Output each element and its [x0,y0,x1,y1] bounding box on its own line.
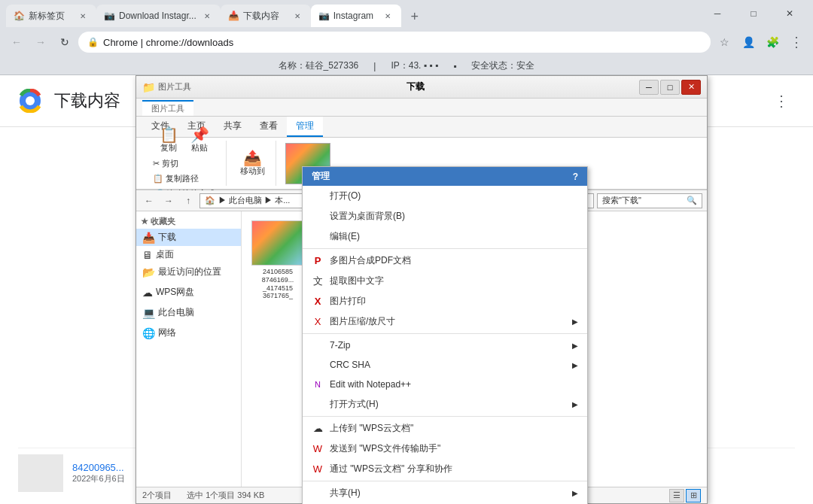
path-text: ▶ 此台电脑 ▶ 本... [218,195,290,206]
grid-view-button[interactable]: ⊞ [686,489,701,502]
file-item-image[interactable]: 241065858746169..._41745153671765_ [248,217,308,303]
status-info: 安全状态：安全 [471,59,534,72]
tab4-favicon: 📷 [318,11,329,21]
file-thumbnail [251,220,304,266]
ctx-7zip[interactable]: 7-Zip ▶ [303,335,587,355]
maximize-button[interactable]: □ [736,3,771,24]
new-tab-button[interactable]: + [404,6,425,27]
svg-point-2 [26,97,34,105]
ctx-crc-arrow: ▶ [572,361,578,369]
bookmark-button[interactable]: ☆ [714,32,735,53]
back-button[interactable]: ← [6,32,27,53]
page-menu-button[interactable]: ⋮ [768,87,795,114]
tab-instagram[interactable]: 📷 Instagram ✕ [311,5,401,27]
network-label: 网络 [158,326,176,339]
ctx-compress-resize[interactable]: X 图片压缩/放尺寸 ▶ [303,311,587,332]
ctx-notepad[interactable]: N Edit with Notepad++ [303,375,587,394]
favorites-header: ★ 收藏夹 [136,214,241,229]
refresh-button[interactable]: ↻ [54,32,75,53]
thispc-icon: 💻 [142,307,155,319]
chrome-logo [18,89,42,113]
ctx-wps-cloud[interactable]: ☁ 上传到 "WPS云文档" [303,418,587,439]
paste-button[interactable]: 📌 粘贴 [186,126,214,155]
cut-small-button[interactable]: ✂ 剪切 [148,156,220,171]
explorer-maximize[interactable]: □ [660,80,680,95]
picture-tools-header: 图片工具 [136,99,707,117]
ctx-print[interactable]: X 图片打印 [303,291,587,311]
ctx-openwith-icon [312,399,324,411]
ctx-extract-text[interactable]: 文 提取图中文字 [303,271,587,291]
exp-forward-button[interactable]: → [160,193,177,209]
ctx-merge-pdf[interactable]: P 多图片合成PDF文档 [303,250,587,271]
sidebar-item-network[interactable]: 🌐 网络 [136,324,241,342]
explorer-window-controls: ─ □ ✕ [639,80,701,95]
ctx-share-arrow: ▶ [572,489,578,497]
ctx-print-icon: X [312,296,324,308]
ctx-open[interactable]: 打开(O) [303,186,587,206]
network-icon: 🌐 [142,327,155,339]
path-icon: 🏠 [205,196,215,205]
tab-downloads[interactable]: 📥 下载内容 ✕ [221,5,311,27]
ctx-pdf-icon: P [312,255,324,267]
tab4-close[interactable]: ✕ [382,10,394,22]
explorer-search[interactable]: 搜索"下载" 🔍 [597,193,702,208]
ctx-crc-sha[interactable]: CRC SHA ▶ [303,355,587,375]
chrome-menu-button[interactable]: ⋮ [786,32,807,53]
explorer-titlebar: 📁 图片工具 下载 ─ □ ✕ [136,76,707,99]
recent-icon: 📂 [142,266,155,278]
ctx-7zip-label: 7-Zip [330,340,350,351]
ctx-openwith-label: 打开方式(H) [330,398,379,411]
separator-pipe: | [373,61,376,71]
list-view-button[interactable]: ☰ [669,489,684,502]
move-button[interactable]: 📤 移动到 [236,149,269,178]
copy-icon: 📋 [160,127,178,142]
ctx-share[interactable]: 共享(H) ▶ [303,483,587,503]
search-text: 搜索"下载" [602,195,641,206]
copy-button[interactable]: 📋 复制 [155,126,183,155]
extension-button[interactable]: 🧩 [762,32,783,53]
ctx-edit[interactable]: 编辑(E) [303,226,587,247]
explorer-sidebar: ★ 收藏夹 📥 下载 🖥 桌面 📂 最近访 [136,211,242,487]
ctx-print-label: 图片打印 [330,295,366,308]
forward-button[interactable]: → [30,32,51,53]
file-name: 241065858746169..._41745153671765_ [262,268,294,300]
tab2-favicon: 📷 [104,11,114,21]
ctx-wps-share[interactable]: W 通过 "WPS云文档" 分享和协作 [303,459,587,479]
tab1-close[interactable]: ✕ [77,10,89,22]
explorer-minimize[interactable]: ─ [639,80,659,95]
ctx-7zip-arrow: ▶ [572,342,578,350]
favorites-label: 收藏夹 [151,216,175,227]
tab-download-insta[interactable]: 📷 Download Instagr... ✕ [96,5,221,27]
exp-back-button[interactable]: ← [141,193,157,209]
thispc-section: 💻 此台电脑 [136,304,241,321]
ctx-wps-transfer[interactable]: W 发送到 "WPS文件传输助手" [303,439,587,459]
profile-button[interactable]: 👤 [738,32,759,53]
ribbon-tab-manage[interactable]: 管理 [287,117,323,137]
ctx-open-icon [312,190,324,202]
sidebar-item-wps[interactable]: ☁ WPS网盘 [136,284,241,301]
copy-label: 复制 [160,142,177,153]
sidebar-item-recent[interactable]: 📂 最近访问的位置 [136,263,241,281]
ctx-wpstransfer-label: 发送到 "WPS文件传输助手" [330,442,440,455]
close-button[interactable]: ✕ [772,3,807,24]
ctx-set-wallpaper[interactable]: 设置为桌面背景(B) [303,206,587,226]
address-bar[interactable]: 🔒 Chrome | chrome://downloads [78,32,711,53]
tab2-close[interactable]: ✕ [201,10,213,22]
tab3-close[interactable]: ✕ [291,10,303,22]
ctx-open-with[interactable]: 打开方式(H) ▶ [303,394,587,414]
explorer-close[interactable]: ✕ [681,80,701,95]
exp-up-button[interactable]: ↑ [180,193,196,209]
sidebar-item-thispc[interactable]: 💻 此台电脑 [136,304,241,321]
minimize-button[interactable]: ─ [700,3,735,24]
tab-new[interactable]: 🏠 新标签页 ✕ [6,5,96,27]
ribbon-tab-view[interactable]: 查看 [251,117,287,137]
copy-path-button[interactable]: 📋 复制路径 [148,172,220,186]
tab3-favicon: 📥 [228,11,239,21]
search-icon: 🔍 [687,196,697,205]
sidebar-item-desktop[interactable]: 🖥 桌面 [136,246,241,263]
ribbon-tab-share[interactable]: 共享 [215,117,251,137]
wps-section: ☁ WPS网盘 [136,284,241,301]
ip-info: IP：43. ▪ ▪ ▪ [391,59,438,72]
sidebar-item-downloads[interactable]: 📥 下载 [136,229,241,246]
ctx-open-label: 打开(O) [330,190,361,202]
